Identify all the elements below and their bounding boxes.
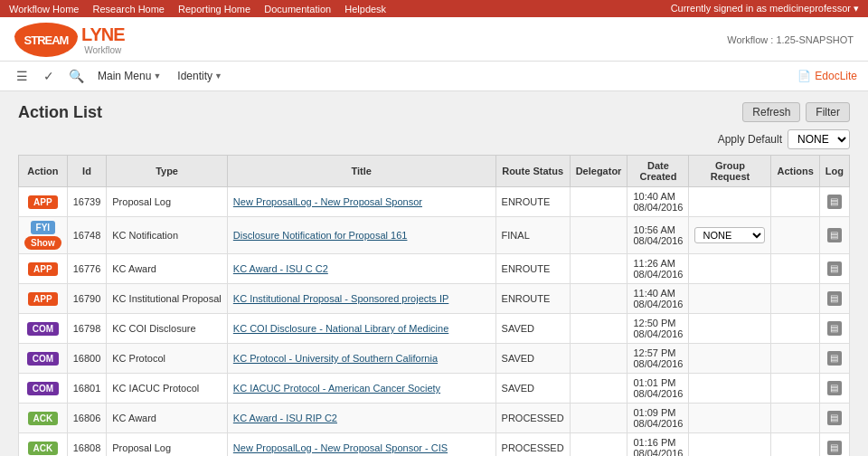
title-cell[interactable]: KC Award - ISU C C2 xyxy=(227,254,495,284)
type-cell: KC Award xyxy=(107,404,228,433)
actions-cell xyxy=(771,187,819,217)
col-type: Type xyxy=(107,156,228,187)
identity-menu-label: Identity xyxy=(177,70,212,82)
log-cell[interactable]: ▤ xyxy=(819,187,849,217)
log-cell[interactable]: ▤ xyxy=(819,374,849,404)
log-cell[interactable]: ▤ xyxy=(819,404,849,433)
table-row: ACK 16808 Proposal Log New ProposalLog -… xyxy=(19,433,850,457)
type-cell: KC Institutional Proposal xyxy=(107,284,228,314)
col-action: Action xyxy=(19,156,68,187)
table-row: FYI Show 16748 KC Notification Disclosur… xyxy=(19,217,850,254)
group-request-cell xyxy=(689,284,771,314)
action-table: Action Id Type Title Route Status Delega… xyxy=(18,155,850,456)
delegator-cell xyxy=(570,404,627,433)
log-cell[interactable]: ▤ xyxy=(819,254,849,284)
route-status-cell: SAVED xyxy=(495,314,570,344)
group-request-cell xyxy=(689,254,771,284)
group-request-cell[interactable]: NONE xyxy=(689,217,771,254)
route-status-cell: ENROUTE xyxy=(495,254,570,284)
group-request-select[interactable]: NONE xyxy=(694,227,765,243)
log-icon[interactable]: ▤ xyxy=(827,381,842,395)
actions-cell xyxy=(771,314,819,344)
actions-cell xyxy=(771,374,819,404)
log-cell[interactable]: ▤ xyxy=(819,284,849,314)
route-status-cell: SAVED xyxy=(495,344,570,374)
action-badge[interactable]: COM xyxy=(27,322,59,336)
action-cell: COM xyxy=(19,344,68,374)
brand-name: LYNE xyxy=(81,24,125,44)
action-badge[interactable]: ACK xyxy=(28,412,59,425)
log-cell[interactable]: ▤ xyxy=(819,314,849,344)
table-header-row: Action Id Type Title Route Status Delega… xyxy=(19,156,850,187)
refresh-button[interactable]: Refresh xyxy=(742,102,800,122)
apply-default-label: Apply Default xyxy=(718,133,782,146)
actions-cell xyxy=(771,404,819,433)
signed-in-user[interactable]: Currently signed in as medicineprofessor… xyxy=(671,3,859,14)
log-icon[interactable]: ▤ xyxy=(827,441,842,455)
action-badge[interactable]: APP xyxy=(28,195,58,209)
page-content: Action List Refresh Filter Apply Default… xyxy=(0,91,868,456)
nav-workflow-home[interactable]: Workflow Home xyxy=(9,4,79,14)
nav-research-home[interactable]: Research Home xyxy=(93,4,165,14)
group-request-cell xyxy=(689,187,771,217)
show-badge[interactable]: Show xyxy=(24,236,61,250)
title-cell[interactable]: New ProposalLog - New Proposal Sponsor xyxy=(227,187,495,217)
log-cell[interactable]: ▤ xyxy=(819,344,849,374)
action-badge[interactable]: APP xyxy=(28,262,58,276)
log-icon[interactable]: ▤ xyxy=(827,291,842,306)
action-badge[interactable]: COM xyxy=(27,352,59,366)
title-cell[interactable]: KC COI Disclosure - National Library of … xyxy=(227,314,495,344)
delegator-cell xyxy=(570,314,627,344)
nav-documentation[interactable]: Documentation xyxy=(264,4,331,14)
menu-icon[interactable]: ☰ xyxy=(11,65,33,87)
delegator-cell xyxy=(570,374,627,404)
log-icon[interactable]: ▤ xyxy=(827,228,842,242)
main-menu-btn[interactable]: Main Menu ▼ xyxy=(92,67,166,85)
group-request-cell xyxy=(689,344,771,374)
nav-helpdesk[interactable]: Helpdesk xyxy=(344,4,386,14)
log-icon[interactable]: ▤ xyxy=(827,351,842,366)
title-cell[interactable]: KC IACUC Protocol - American Cancer Soci… xyxy=(227,374,495,404)
edoclite-btn[interactable]: 📄 EdocLite xyxy=(797,70,857,82)
log-icon[interactable]: ▤ xyxy=(827,411,842,425)
identity-menu-btn[interactable]: Identity ▼ xyxy=(172,67,228,85)
title-cell[interactable]: KC Protocol - University of Southern Cal… xyxy=(227,344,495,374)
table-row: ACK 16806 KC Award KC Award - ISU RIP C2… xyxy=(19,404,850,433)
id-cell: 16808 xyxy=(67,433,107,457)
action-badge[interactable]: FYI xyxy=(31,221,56,234)
date-cell: 10:40 AM08/04/2016 xyxy=(627,187,689,217)
group-request-cell xyxy=(689,374,771,404)
type-cell: Proposal Log xyxy=(107,433,228,457)
apply-default-select[interactable]: NONE xyxy=(788,129,850,149)
id-cell: 16776 xyxy=(67,254,107,284)
log-cell[interactable]: ▤ xyxy=(819,217,849,254)
action-cell: APP xyxy=(19,284,68,314)
action-badge[interactable]: APP xyxy=(28,292,58,306)
top-nav: Workflow Home Research Home Reporting Ho… xyxy=(0,0,868,17)
type-cell: KC IACUC Protocol xyxy=(107,374,228,404)
nav-reporting-home[interactable]: Reporting Home xyxy=(178,4,250,14)
main-menu-caret: ▼ xyxy=(153,71,161,81)
action-cell: APP xyxy=(19,254,68,284)
log-icon[interactable]: ▤ xyxy=(827,321,842,336)
search-icon[interactable]: 🔍 xyxy=(65,65,87,87)
title-cell[interactable]: KC Institutional Proposal - Sponsored pr… xyxy=(227,284,495,314)
action-badge[interactable]: ACK xyxy=(28,442,59,455)
log-cell[interactable]: ▤ xyxy=(819,433,849,457)
version-value: 1.25-SNAPSHOT xyxy=(776,34,854,45)
action-cell: FYI Show xyxy=(19,217,68,254)
title-cell[interactable]: Disclosure Notification for Proposal 161 xyxy=(227,217,495,254)
col-group-request: GroupRequest xyxy=(689,156,771,187)
log-icon[interactable]: ▤ xyxy=(827,195,842,209)
apply-default-row: Apply Default NONE xyxy=(18,129,850,149)
table-row: APP 16790 KC Institutional Proposal KC I… xyxy=(19,284,850,314)
log-icon[interactable]: ▤ xyxy=(827,261,842,276)
delegator-cell xyxy=(570,217,627,254)
type-cell: KC Award xyxy=(107,254,228,284)
header-buttons: Refresh Filter xyxy=(742,102,850,122)
title-cell[interactable]: New ProposalLog - New Proposal Sponsor -… xyxy=(227,433,495,457)
filter-button[interactable]: Filter xyxy=(806,102,850,122)
action-badge[interactable]: COM xyxy=(27,382,59,395)
check-icon[interactable]: ✓ xyxy=(38,65,60,87)
title-cell[interactable]: KC Award - ISU RIP C2 xyxy=(227,404,495,433)
